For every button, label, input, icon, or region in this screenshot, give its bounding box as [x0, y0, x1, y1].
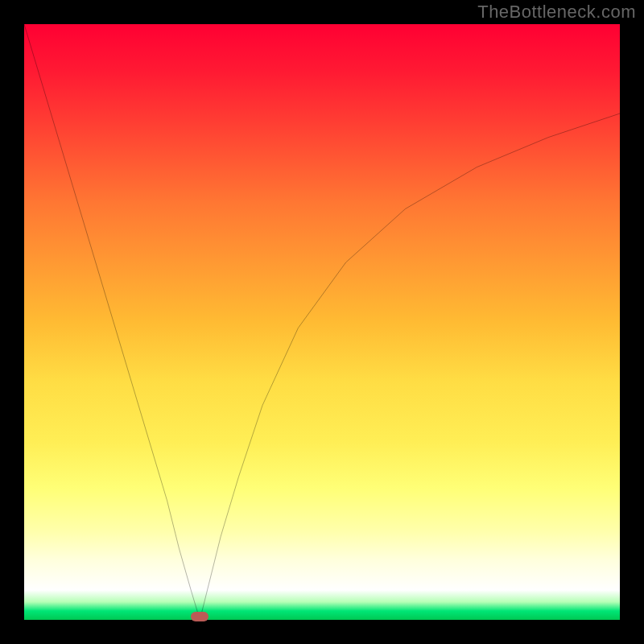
curve-left-branch [24, 24, 200, 620]
chart-frame: TheBottleneck.com [0, 0, 644, 644]
curve-right-branch [200, 114, 620, 620]
watermark-text: TheBottleneck.com [477, 2, 636, 23]
optimum-marker [191, 612, 208, 621]
curve-layer [24, 24, 620, 620]
